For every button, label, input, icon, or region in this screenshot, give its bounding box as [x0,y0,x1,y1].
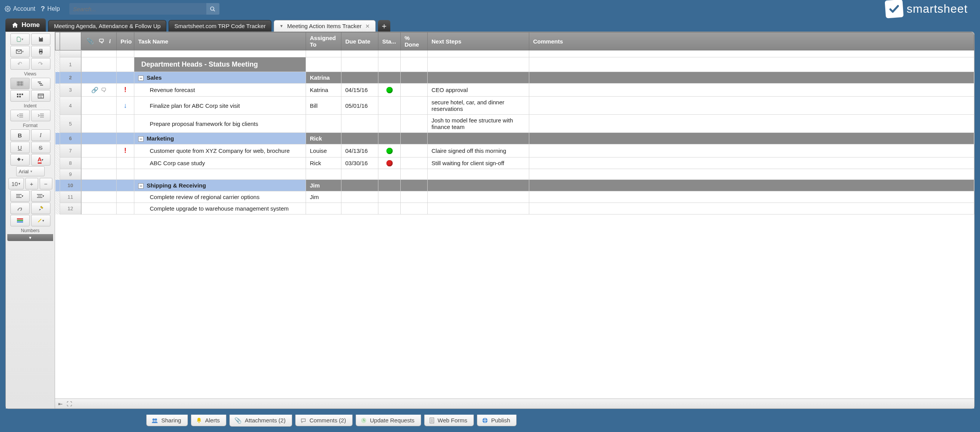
cell-comments[interactable] [529,97,974,115]
fill-color-button[interactable]: ▾ [10,154,30,166]
cell-next[interactable] [428,191,529,203]
cell-assigned[interactable] [306,203,341,214]
cell-icons[interactable] [81,203,117,214]
row-number[interactable]: 8 [60,157,81,169]
cell-done[interactable] [401,203,428,214]
publish-tab[interactable]: Publish [477,415,517,426]
cell-next[interactable] [428,180,529,191]
cell-done[interactable] [401,169,428,180]
table-row[interactable]: 5Prepare proposal framework for big clie… [55,115,974,133]
cell-due[interactable] [341,57,378,72]
cell-prio[interactable] [117,191,134,203]
close-icon[interactable]: ✕ [365,23,370,29]
cell-status[interactable] [378,97,401,115]
cell-task[interactable]: Revenue forecast [134,84,306,97]
update-requests-tab[interactable]: Update Requests [356,415,421,426]
sheet-grid[interactable]: 📎 🗨 i Prio Task Name Assigned To Due Dat… [55,32,974,399]
text-color-button[interactable]: A▾ [31,154,50,166]
align-button[interactable]: ▾ [10,190,30,202]
cell-task-group[interactable]: −Shipping & Receiving [134,180,306,191]
font-decrease-button[interactable]: − [40,178,52,189]
tab-action-items[interactable]: ▼ Meeting Action Items Tracker ✕ [274,20,376,32]
cell-assigned[interactable]: Rick [306,157,341,169]
print-button[interactable] [31,46,50,57]
cell-assigned[interactable] [306,169,341,180]
tab-menu-icon[interactable]: ▼ [279,24,283,28]
table-row[interactable]: 11Complete review of regional carrier op… [55,191,974,203]
cell-task-group[interactable]: −Marketing [134,133,306,144]
col-next[interactable]: Next Steps [428,32,529,50]
cell-prio[interactable] [117,133,134,144]
new-tab-button[interactable]: ＋ [378,20,390,32]
gantt-view-button[interactable] [31,78,50,89]
cell-status[interactable] [378,115,401,133]
col-icons[interactable]: 📎 🗨 i [81,32,117,50]
search-input[interactable] [69,6,206,12]
cell-done[interactable] [401,57,428,72]
table-row[interactable]: 9 [55,169,974,180]
undo-button[interactable]: ↶ [10,58,30,70]
row-number[interactable]: 2 [60,72,81,84]
cell-icons[interactable] [81,191,117,203]
cell-comments[interactable] [529,84,974,97]
comment-icon[interactable]: 🗨 [101,87,107,93]
cell-prio[interactable]: ! [117,84,134,97]
collapse-icon[interactable]: − [138,136,144,142]
cell-icons[interactable] [81,115,117,133]
cell-prio[interactable] [117,115,134,133]
cell-done[interactable] [401,72,428,84]
cell-icons[interactable] [81,97,117,115]
cell-comments[interactable] [529,144,974,157]
collapse-left-icon[interactable]: ⇤ [58,401,63,407]
calendar-view-button[interactable]: 31 [31,90,50,102]
cell-done[interactable] [401,144,428,157]
cell-icons[interactable] [81,169,117,180]
mail-button[interactable]: ▾ [10,46,30,57]
cell-task[interactable]: Customer quote from XYZ Company for web,… [134,144,306,157]
cell-done[interactable] [401,97,428,115]
cell-due[interactable] [341,180,378,191]
cell-done[interactable] [401,133,428,144]
cell-assigned[interactable]: Jim [306,180,341,191]
cell-icons[interactable]: 🔗🗨 [81,84,117,97]
cell-next[interactable] [428,72,529,84]
row-number[interactable]: 11 [60,191,81,203]
cell-icons[interactable] [81,72,117,84]
cell-due[interactable] [341,169,378,180]
cell-status[interactable] [378,84,401,97]
cell-next[interactable]: Josh to model fee structure with finance… [428,115,529,133]
cell-task[interactable]: Prepare proposal framework for big clien… [134,115,306,133]
cell-assigned[interactable]: Jim [306,191,341,203]
cell-next[interactable]: Still waiting for client sign-off [428,157,529,169]
cell-comments[interactable] [529,72,974,84]
cell-next[interactable] [428,57,529,72]
cell-due[interactable] [341,133,378,144]
italic-button[interactable]: I [31,129,50,141]
cell-task[interactable]: Complete review of regional carrier opti… [134,191,306,203]
row-number[interactable]: 6 [60,133,81,144]
cell-task[interactable]: Complete upgrade to warehouse management… [134,203,306,214]
cell-prio[interactable] [117,169,134,180]
cell-comments[interactable] [529,57,974,72]
valign-button[interactable]: ▾ [31,190,50,202]
cell-next[interactable] [428,169,529,180]
attachments-tab[interactable]: 📎 Attachments (2) [229,415,292,427]
row-number[interactable]: 1 [60,57,81,72]
format-painter-button[interactable] [31,203,50,214]
col-assigned[interactable]: Assigned To [306,32,341,50]
cell-icons[interactable] [81,180,117,191]
account-link[interactable]: Account [5,5,35,12]
highlight-button[interactable]: ▾ [31,215,50,226]
underline-button[interactable]: U [10,142,30,153]
table-row[interactable]: 10−Shipping & ReceivingJim [55,180,974,191]
table-row[interactable]: 6−MarketingRick [55,133,974,144]
cell-task-title[interactable]: Department Heads - Status Meeting [134,57,306,72]
table-row[interactable]: 1Department Heads - Status Meeting [55,57,974,72]
cell-task-group[interactable]: −Sales [134,72,306,84]
col-comments[interactable]: Comments [529,32,974,50]
cell-assigned[interactable]: Bill [306,97,341,115]
cell-comments[interactable] [529,180,974,191]
cell-due[interactable] [341,115,378,133]
cell-status[interactable] [378,180,401,191]
cell-due[interactable] [341,72,378,84]
